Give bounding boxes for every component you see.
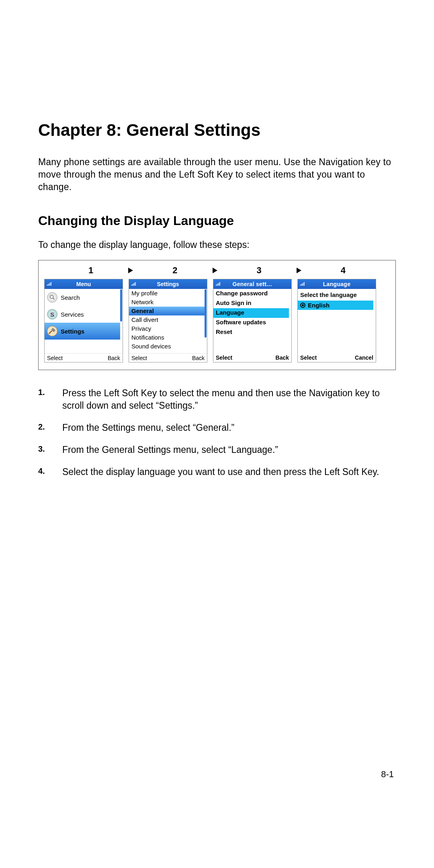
step-item: 3. From the General Settings menu, selec… bbox=[38, 444, 396, 456]
arrow-icon bbox=[301, 268, 301, 273]
screen-titlebar: General sett… bbox=[213, 279, 291, 289]
step-number: 4. bbox=[38, 466, 53, 478]
figure-step-num: 4 bbox=[304, 265, 383, 276]
softkey-bar: Select Back bbox=[129, 353, 207, 362]
list-item[interactable]: My profile bbox=[129, 289, 205, 298]
signal-icon bbox=[216, 282, 221, 286]
radio-selected-icon bbox=[300, 303, 305, 308]
figure-step-labels: 1 2 3 4 bbox=[44, 265, 390, 279]
screen-titlebar: Language bbox=[298, 279, 376, 289]
search-icon bbox=[47, 292, 57, 303]
list-item[interactable]: Language bbox=[213, 308, 289, 318]
chapter-intro: Many phone settings are available throug… bbox=[38, 156, 396, 193]
language-option-label: English bbox=[308, 302, 330, 309]
menu-item-settings[interactable]: Settings bbox=[45, 323, 120, 340]
settings-icon bbox=[47, 326, 57, 336]
arrow-icon bbox=[217, 268, 217, 273]
softkey-right[interactable]: Back bbox=[276, 354, 289, 361]
figure-box: 1 2 3 4 Menu Search bbox=[38, 260, 396, 370]
services-icon: S bbox=[47, 309, 57, 319]
manual-page: Chapter 8: General Settings Many phone s… bbox=[0, 0, 434, 868]
menu-item-label: Settings bbox=[61, 328, 84, 335]
list-item[interactable]: General bbox=[129, 307, 205, 315]
menu-item-label: Services bbox=[61, 311, 84, 318]
step-text: Press the Left Soft Key to select the me… bbox=[62, 387, 396, 412]
softkey-right[interactable]: Back bbox=[192, 355, 205, 361]
scrollbar[interactable] bbox=[120, 289, 122, 321]
list-item[interactable]: Privacy bbox=[129, 324, 205, 333]
signal-icon bbox=[47, 282, 53, 286]
screen-general-settings: General sett… Change password Auto Sign … bbox=[213, 279, 292, 362]
screen-body: Change password Auto Sign in Language So… bbox=[213, 289, 291, 353]
step-text: Select the display language you want to … bbox=[62, 466, 396, 478]
signal-icon bbox=[300, 282, 306, 286]
step-text: From the Settings menu, select “General.… bbox=[62, 422, 396, 434]
screen-title: Language bbox=[323, 281, 351, 287]
softkey-left[interactable]: Select bbox=[131, 355, 147, 361]
list-item[interactable]: Change password bbox=[213, 289, 289, 299]
scrollbar[interactable] bbox=[205, 289, 207, 338]
list-item[interactable]: Auto Sign in bbox=[213, 299, 289, 308]
screen-body: My profile Network General Call divert P… bbox=[129, 289, 207, 353]
chapter-title: Chapter 8: General Settings bbox=[38, 121, 396, 140]
softkey-bar: Select Back bbox=[213, 353, 291, 362]
screen-menu: Menu Search S Services bbox=[44, 279, 123, 362]
softkey-left[interactable]: Select bbox=[216, 354, 232, 361]
signal-icon bbox=[131, 282, 137, 286]
menu-item-label: Search bbox=[61, 294, 80, 301]
list-item[interactable]: Software updates bbox=[213, 318, 289, 328]
language-subtitle: Select the language bbox=[298, 289, 373, 301]
screen-titlebar: Settings bbox=[129, 279, 207, 289]
menu-item-search[interactable]: Search bbox=[45, 289, 120, 306]
arrow-icon bbox=[133, 268, 133, 273]
figure-step-num: 2 bbox=[135, 265, 214, 276]
screen-body: Select the language English bbox=[298, 289, 376, 353]
list-item[interactable]: Notifications bbox=[129, 333, 205, 342]
screen-title: General sett… bbox=[233, 281, 272, 287]
softkey-right[interactable]: Back bbox=[108, 355, 120, 361]
step-item: 1. Press the Left Soft Key to select the… bbox=[38, 387, 396, 412]
softkey-right[interactable]: Cancel bbox=[355, 354, 373, 361]
softkey-left[interactable]: Select bbox=[47, 355, 63, 361]
step-number: 1. bbox=[38, 387, 53, 412]
figure-step-num: 3 bbox=[220, 265, 299, 276]
figure-screens: Menu Search S Services bbox=[44, 279, 390, 362]
menu-item-services[interactable]: S Services bbox=[45, 306, 120, 323]
step-text: From the General Settings menu, select “… bbox=[62, 444, 396, 456]
step-number: 2. bbox=[38, 422, 53, 434]
list-item[interactable]: Reset bbox=[213, 328, 289, 337]
screen-language: Language Select the language English Sel… bbox=[297, 279, 376, 362]
screen-title: Menu bbox=[76, 281, 91, 287]
screen-titlebar: Menu bbox=[45, 279, 123, 289]
svg-line-1 bbox=[53, 298, 54, 299]
page-number: 8-1 bbox=[381, 769, 394, 780]
list-item[interactable]: Call divert bbox=[129, 315, 205, 324]
softkey-bar: Select Cancel bbox=[298, 353, 376, 362]
screen-title: Settings bbox=[157, 281, 179, 287]
screen-body: Search S Services Settings bbox=[45, 289, 123, 353]
figure-step-num: 1 bbox=[51, 265, 130, 276]
softkey-left[interactable]: Select bbox=[300, 354, 317, 361]
step-item: 2. From the Settings menu, select “Gener… bbox=[38, 422, 396, 434]
section-lead: To change the display language, follow t… bbox=[38, 240, 396, 250]
list-item[interactable]: Network bbox=[129, 298, 205, 307]
language-option[interactable]: English bbox=[298, 301, 373, 310]
step-item: 4. Select the display language you want … bbox=[38, 466, 396, 478]
softkey-bar: Select Back bbox=[45, 353, 123, 362]
step-number: 3. bbox=[38, 444, 53, 456]
screen-settings: Settings My profile Network General Call… bbox=[129, 279, 207, 362]
list-item[interactable]: Sound devices bbox=[129, 342, 205, 351]
numbered-steps: 1. Press the Left Soft Key to select the… bbox=[38, 387, 396, 478]
section-title: Changing the Display Language bbox=[38, 213, 396, 228]
